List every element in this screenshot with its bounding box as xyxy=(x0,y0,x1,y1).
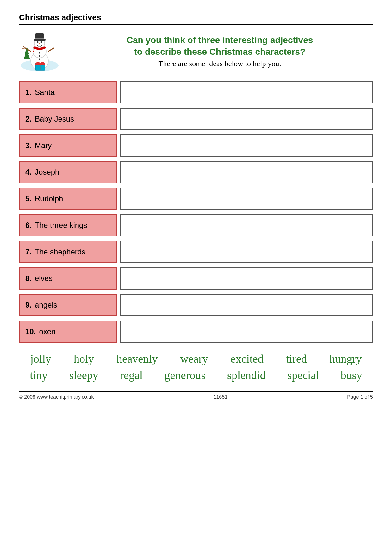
table-row: 4.Joseph xyxy=(19,161,373,183)
header-subtitle: There are some ideas below to help you. xyxy=(66,59,373,68)
word-tiny: tiny xyxy=(30,369,47,382)
header-text: Can you think of three interesting adjec… xyxy=(66,34,373,68)
item-input-1[interactable] xyxy=(120,81,373,103)
item-input-9[interactable] xyxy=(120,294,373,316)
item-input-6[interactable] xyxy=(120,214,373,236)
footer: © 2008 www.teachitprimary.co.uk 11651 Pa… xyxy=(19,394,373,400)
table-row: 6.The three kings xyxy=(19,214,373,236)
item-label-4: 4.Joseph xyxy=(19,161,117,183)
item-label-6: 6.The three kings xyxy=(19,214,117,236)
svg-point-15 xyxy=(41,45,42,46)
table-row: 5.Rudolph xyxy=(19,188,373,210)
svg-point-10 xyxy=(41,41,42,43)
footer-divider xyxy=(19,391,373,392)
svg-line-20 xyxy=(23,46,25,48)
table-row: 8.elves xyxy=(19,267,373,290)
word-regal: regal xyxy=(120,369,143,382)
word-bank: jolly holy heavenly weary excited tired … xyxy=(19,352,373,382)
svg-point-16 xyxy=(39,52,40,54)
word-busy: busy xyxy=(341,369,362,382)
items-container: 1.Santa 2.Baby Jesus 3.Mary 4.Joseph 5.R… xyxy=(19,81,373,343)
word-generous: generous xyxy=(164,369,205,382)
word-weary: weary xyxy=(180,352,208,365)
table-row: 3.Mary xyxy=(19,134,373,157)
item-label-2: 2.Baby Jesus xyxy=(19,108,117,130)
table-row: 1.Santa xyxy=(19,81,373,103)
word-splendid: splendid xyxy=(227,369,266,382)
svg-point-18 xyxy=(39,59,40,60)
item-label-3: 3.Mary xyxy=(19,134,117,157)
svg-point-12 xyxy=(37,45,38,46)
page-title: Christmas adjectives xyxy=(19,13,373,22)
footer-code: 11651 xyxy=(214,394,228,400)
item-input-10[interactable] xyxy=(120,321,373,343)
table-row: 7.The shepherds xyxy=(19,241,373,263)
svg-rect-8 xyxy=(35,38,44,39)
word-tired: tired xyxy=(286,352,307,365)
word-holy: holy xyxy=(74,352,94,365)
table-row: 9.angels xyxy=(19,294,373,316)
svg-point-14 xyxy=(40,46,41,47)
word-bank-row-2: tiny sleepy regal generous splendid spec… xyxy=(19,369,373,382)
item-input-3[interactable] xyxy=(120,134,373,157)
word-hungry: hungry xyxy=(329,352,362,365)
svg-line-22 xyxy=(48,48,54,51)
item-input-7[interactable] xyxy=(120,241,373,263)
word-bank-row-1: jolly holy heavenly weary excited tired … xyxy=(19,352,373,365)
header-question: Can you think of three interesting adjec… xyxy=(66,34,373,58)
word-jolly: jolly xyxy=(30,352,51,365)
item-input-8[interactable] xyxy=(120,267,373,290)
table-row: 10.oxen xyxy=(19,321,373,343)
footer-page: Page 1 of 5 xyxy=(347,394,373,400)
item-label-10: 10.oxen xyxy=(19,321,117,343)
word-sleepy: sleepy xyxy=(69,369,98,382)
table-row: 2.Baby Jesus xyxy=(19,108,373,130)
svg-point-17 xyxy=(39,55,40,57)
item-label-5: 5.Rudolph xyxy=(19,188,117,210)
snowman-illustration xyxy=(19,31,60,72)
item-label-9: 9.angels xyxy=(19,294,117,316)
header-box: Can you think of three interesting adjec… xyxy=(19,31,373,72)
svg-point-13 xyxy=(38,46,40,47)
item-input-2[interactable] xyxy=(120,108,373,130)
item-label-1: 1.Santa xyxy=(19,81,117,103)
item-input-5[interactable] xyxy=(120,188,373,210)
title-divider xyxy=(19,24,373,25)
svg-line-21 xyxy=(23,48,25,48)
svg-point-9 xyxy=(37,41,39,43)
footer-copyright: © 2008 www.teachitprimary.co.uk xyxy=(19,394,94,400)
word-excited: excited xyxy=(231,352,264,365)
item-label-8: 8.elves xyxy=(19,267,117,290)
item-input-4[interactable] xyxy=(120,161,373,183)
item-label-7: 7.The shepherds xyxy=(19,241,117,263)
word-special: special xyxy=(287,369,319,382)
word-heavenly: heavenly xyxy=(116,352,158,365)
